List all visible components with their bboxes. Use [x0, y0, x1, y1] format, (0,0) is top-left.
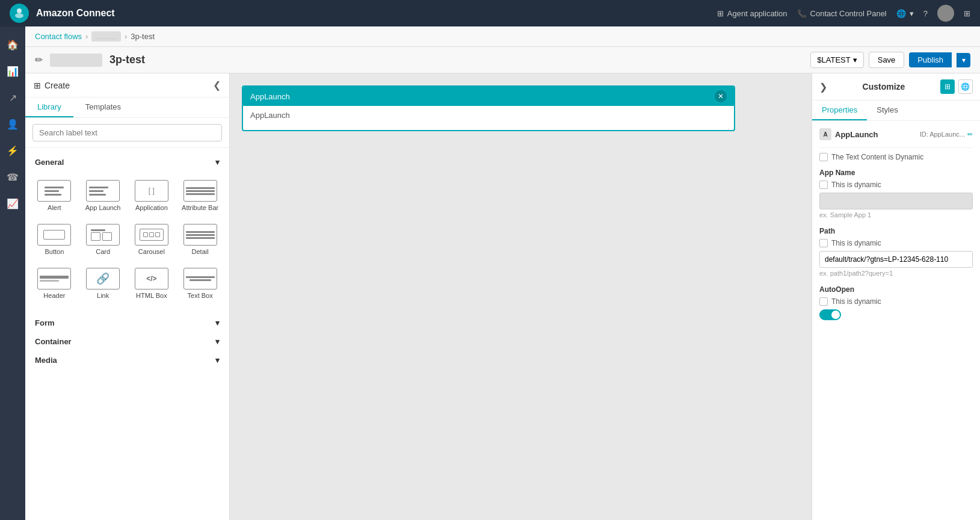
widget-attribute-bar[interactable]: Attribute Bar — [178, 176, 222, 215]
widget-html-box[interactable]: </> HTML Box — [130, 264, 174, 303]
sidebar-item-routing[interactable]: ↗ — [2, 87, 23, 108]
widget-alert[interactable]: Alert — [32, 176, 76, 215]
edit-title-icon[interactable]: ✏ — [35, 54, 43, 66]
customize-title: Customize — [863, 82, 905, 91]
publish-dropdown-btn[interactable]: ▾ — [957, 53, 970, 67]
breadcrumb-blurred: ......... — [91, 31, 121, 42]
dynamic-text-checkbox[interactable] — [819, 153, 828, 161]
sidebar-item-channels[interactable]: ☎ — [2, 166, 23, 188]
publish-btn[interactable]: Publish — [909, 52, 952, 67]
sidebar-item-analytics[interactable]: 📈 — [2, 193, 23, 214]
chevron-down-icon: ▾ — [853, 55, 857, 64]
rp-tab-styles[interactable]: Styles — [867, 101, 907, 120]
editor-title: 3p-test — [109, 54, 145, 66]
autoopen-dynamic-label: This is dynamic — [831, 297, 881, 306]
component-id: ID: AppLaunc... — [920, 131, 965, 138]
component-name: AppLaunch — [835, 130, 878, 139]
chevron-down-icon: ▾ — [215, 356, 220, 365]
widget-detail-label: Detail — [192, 248, 209, 256]
app-title: Amazon Connect — [36, 8, 115, 19]
breadcrumb-sep2: › — [125, 32, 127, 41]
tab-templates[interactable]: Templates — [73, 98, 133, 117]
widget-attribute-bar-label: Attribute Bar — [182, 204, 218, 212]
expand-btn[interactable]: ⊞ — [964, 9, 970, 18]
chevron-down-icon: ▾ — [215, 337, 220, 346]
rp-tab-properties[interactable]: Properties — [812, 101, 867, 120]
section-form[interactable]: Form ▾ — [25, 314, 229, 332]
widget-detail[interactable]: Detail — [178, 220, 222, 259]
path-dynamic-label: This is dynamic — [831, 239, 881, 247]
app-name-dynamic-checkbox[interactable] — [819, 181, 828, 189]
collapse-panel-btn[interactable]: ❮ — [213, 79, 221, 91]
close-block-btn[interactable]: ✕ — [715, 90, 727, 102]
globe-view-btn[interactable]: 🌐 — [958, 79, 973, 94]
svg-point-0 — [17, 8, 22, 13]
section-general[interactable]: General ▾ — [25, 153, 229, 172]
avatar[interactable] — [937, 5, 954, 22]
widget-application[interactable]: [ ] Application — [130, 176, 174, 215]
dynamic-text-label: The Text Content is Dynamic — [831, 153, 923, 161]
widget-app-launch[interactable]: App Launch — [81, 176, 125, 215]
monitor-icon: ⊞ — [717, 9, 724, 18]
edit-component-id-btn[interactable]: ✏ — [967, 131, 973, 138]
breadcrumb-current: 3p-test — [131, 32, 155, 41]
section-media[interactable]: Media ▾ — [25, 351, 229, 370]
grid-icon: ⊞ — [34, 81, 41, 90]
create-btn[interactable]: ⊞ Create — [34, 81, 70, 90]
autoopen-dynamic-checkbox[interactable] — [819, 297, 828, 306]
component-icon: A — [819, 128, 831, 140]
section-container[interactable]: Container ▾ — [25, 332, 229, 351]
widget-text-box[interactable]: Text Box — [178, 264, 222, 303]
contact-control-btn[interactable]: 📞 Contact Control Panel — [797, 9, 887, 18]
save-btn[interactable]: Save — [869, 52, 905, 68]
autoopen-section-title: AutoOpen — [819, 285, 973, 294]
app-name-hint: ex. Sample App 1 — [819, 211, 973, 218]
chevron-down-icon: ▾ — [215, 158, 220, 167]
widget-application-label: Application — [135, 204, 168, 212]
path-dynamic-checkbox[interactable] — [819, 239, 828, 247]
widget-card[interactable]: Card — [81, 220, 125, 259]
widget-header[interactable]: Header — [32, 264, 76, 303]
globe-icon: 🌐 — [896, 9, 906, 18]
sidebar-item-home[interactable]: 🏠 — [2, 34, 23, 55]
app-name-dynamic-label: This is dynamic — [831, 181, 881, 189]
app-launch-block: AppLaunch ✕ AppLaunch — [242, 85, 735, 131]
version-btn[interactable]: $LATEST ▾ — [810, 52, 863, 68]
help-btn[interactable]: ? — [923, 9, 928, 18]
widget-button[interactable]: Button — [32, 220, 76, 259]
path-section-title: Path — [819, 227, 973, 235]
widget-link[interactable]: 🔗 Link — [81, 264, 125, 303]
title-blurred — [50, 54, 102, 67]
widget-link-label: Link — [97, 292, 109, 300]
grid-view-btn[interactable]: ⊞ — [940, 79, 955, 94]
phone-icon: 📞 — [797, 9, 807, 18]
block-body-text: AppLaunch — [250, 111, 290, 120]
widget-alert-label: Alert — [48, 204, 61, 212]
chevron-down-icon: ▾ — [215, 318, 220, 327]
tab-library[interactable]: Library — [25, 98, 73, 117]
expand-right-panel-btn[interactable]: ❯ — [819, 81, 827, 93]
sidebar-item-users[interactable]: 👤 — [2, 113, 23, 135]
app-name-input[interactable] — [819, 193, 973, 209]
widget-button-label: Button — [45, 248, 64, 256]
sidebar-item-flows[interactable]: 📊 — [2, 60, 23, 82]
app-name-section-title: App Name — [819, 169, 973, 177]
widget-app-launch-label: App Launch — [85, 204, 121, 212]
path-hint: ex. path1/path2?query=1 — [819, 270, 973, 277]
sidebar-item-integrations[interactable]: ⚡ — [2, 140, 23, 161]
app-logo — [10, 4, 29, 23]
search-input[interactable] — [32, 124, 222, 141]
widget-header-label: Header — [43, 292, 65, 300]
widget-carousel-label: Carousel — [138, 248, 165, 256]
toggle-knob — [831, 311, 840, 319]
path-input[interactable] — [819, 251, 973, 268]
block-title: AppLaunch — [250, 92, 290, 101]
agent-application-btn[interactable]: ⊞ Agent application — [717, 9, 787, 18]
widget-card-label: Card — [96, 248, 110, 256]
widget-html-box-label: HTML Box — [136, 292, 167, 300]
breadcrumb-contact-flows[interactable]: Contact flows — [35, 32, 82, 41]
globe-btn[interactable]: 🌐 ▾ — [896, 9, 914, 18]
widget-carousel[interactable]: Carousel — [130, 220, 174, 259]
svg-point-1 — [15, 13, 23, 18]
autoopen-toggle[interactable] — [819, 309, 841, 320]
